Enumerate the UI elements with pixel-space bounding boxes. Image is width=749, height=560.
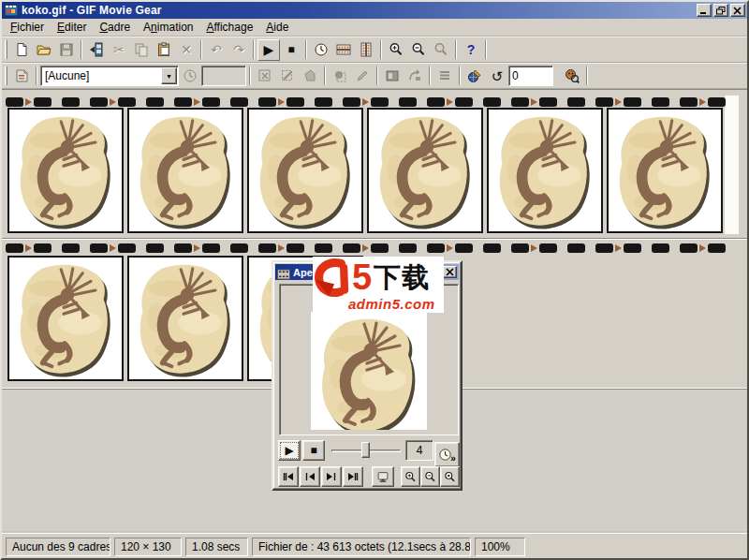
preview-zoom-in-button[interactable] (401, 466, 420, 487)
zoom-actual-size-button[interactable] (430, 39, 452, 61)
last-frame-button[interactable] (343, 466, 363, 487)
crop-frame-button[interactable] (329, 66, 351, 87)
play-animation-button[interactable]: ▶ (257, 39, 280, 61)
copy-icon (134, 42, 149, 57)
menu-cadre[interactable]: Cadre (93, 19, 137, 36)
frame-thumbnail-4[interactable] (367, 108, 483, 233)
sprocket-hole (6, 97, 23, 107)
preview-zoom-actual-button[interactable] (440, 466, 460, 487)
first-frame-button[interactable] (278, 466, 299, 487)
sprocket-hole (567, 97, 585, 107)
loop-count-field[interactable] (508, 66, 553, 86)
menu-aide[interactable]: Aide (259, 19, 295, 36)
toolbar-grip (5, 66, 7, 85)
new-document-button[interactable] (10, 39, 33, 61)
next-frame-button[interactable] (321, 466, 342, 487)
preview-frame-image (311, 312, 427, 430)
paste-button[interactable] (153, 39, 175, 61)
sprocket-hole (652, 243, 669, 253)
frame-thumbnail-8[interactable] (127, 256, 243, 381)
draw-frame-button[interactable] (351, 66, 374, 87)
sprocket-triangle-icon (529, 96, 539, 108)
status-dimensions: 120 × 130 (114, 538, 182, 556)
sprocket-gap (164, 243, 174, 254)
stop-icon: ■ (287, 44, 294, 55)
sprocket-gap (248, 96, 258, 108)
frame-slider[interactable] (331, 440, 401, 461)
filmstrip-vertical-button[interactable] (355, 39, 377, 61)
open-file-button[interactable] (33, 39, 55, 61)
preview-in-browser-button[interactable] (561, 66, 583, 87)
copy-button[interactable] (130, 39, 153, 61)
zoom-out-icon (411, 42, 426, 57)
minimize-button[interactable] (697, 4, 712, 17)
frame-thumbnail-3[interactable] (247, 108, 363, 233)
remap-palette-button[interactable] (276, 66, 299, 87)
help-button[interactable]: ? (460, 39, 482, 61)
previous-frame-button[interactable] (300, 466, 320, 487)
sprocket-gap (501, 243, 511, 254)
position-frame-button[interactable] (381, 66, 404, 87)
sprocket-gap (557, 243, 567, 254)
sprocket-triangle-icon (276, 96, 286, 108)
preview-zoom-out-button[interactable] (420, 466, 440, 487)
preview-stop-button[interactable]: ■ (302, 440, 325, 461)
delay-field[interactable] (201, 66, 246, 86)
transition-dropdown[interactable]: [Aucune] ▼ (40, 66, 179, 86)
zoom-out-icon (424, 471, 436, 483)
toolbar-grip (5, 40, 7, 59)
sprocket-gap (80, 96, 90, 108)
frame-thumbnail-2[interactable] (127, 108, 243, 233)
flip-frame-button[interactable] (404, 66, 426, 87)
frame-thumbnail-6[interactable] (607, 108, 723, 233)
zoom-in-button[interactable] (385, 39, 407, 61)
frame-thumbnail-1[interactable] (7, 108, 124, 233)
frame-thumbnail-5[interactable] (487, 108, 603, 233)
sprocket-hole (343, 243, 360, 253)
sprocket-hole (118, 243, 136, 253)
slider-thumb[interactable] (361, 442, 370, 458)
preview-play-button[interactable]: ▶ (278, 440, 301, 461)
save-file-button[interactable] (55, 39, 78, 61)
sprocket-triangle-icon (698, 96, 708, 108)
edit-global-info-button[interactable] (463, 66, 486, 87)
menu-affichage[interactable]: Affichage (199, 19, 259, 36)
stop-animation-button[interactable]: ■ (280, 39, 302, 61)
frame-thumbnail-7[interactable] (7, 256, 124, 381)
frame-timing-button[interactable] (310, 39, 332, 61)
previous-frame-icon (304, 472, 316, 481)
sprocket-gap (417, 96, 427, 108)
status-duration: 1.08 secs (185, 538, 248, 556)
undo-button[interactable]: ↶ (205, 39, 228, 61)
close-button[interactable] (730, 4, 745, 17)
redo-button[interactable]: ↷ (228, 39, 250, 61)
sprocket-gap (726, 243, 736, 254)
frame-properties-button[interactable] (10, 66, 33, 87)
sprocket-gap (136, 243, 146, 254)
play-icon: ▶ (264, 43, 274, 56)
preview-window-icon (277, 267, 290, 278)
delay-clock-button[interactable] (179, 66, 201, 87)
menu-editer[interactable]: Editer (51, 19, 93, 36)
fullscreen-monitor-button[interactable] (372, 466, 394, 487)
transparent-color-button[interactable] (299, 66, 321, 87)
sprocket-triangle-icon (445, 96, 455, 108)
draw-pencil-icon (355, 68, 370, 83)
sprocket-hole (427, 243, 445, 253)
sprocket-hole (567, 243, 585, 253)
extract-frame-button[interactable] (254, 66, 276, 87)
frame-list-button[interactable] (433, 66, 456, 87)
delete-frame-button[interactable]: ✕ (175, 39, 198, 61)
insert-frames-button[interactable] (85, 39, 108, 61)
filmstrip-horizontal-button[interactable] (332, 39, 355, 61)
zoom-out-button[interactable] (407, 39, 430, 61)
menu-animation[interactable]: Animation (137, 19, 199, 36)
restore-button[interactable] (713, 4, 728, 17)
cut-button[interactable]: ✂ (108, 39, 130, 61)
preview-timing-button[interactable]: » (434, 442, 460, 467)
dropdown-arrow-icon[interactable]: ▼ (161, 67, 177, 84)
menu-fichier[interactable]: Fichier (4, 19, 51, 36)
preview-close-button[interactable] (443, 266, 457, 278)
sprocket-hole (230, 97, 248, 107)
sprocket-hole (427, 97, 445, 107)
